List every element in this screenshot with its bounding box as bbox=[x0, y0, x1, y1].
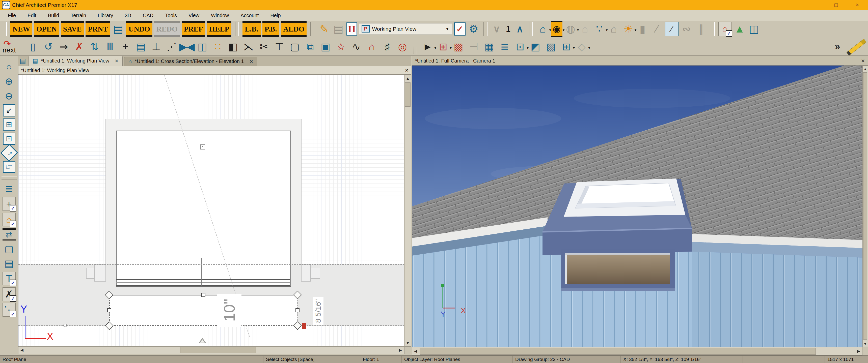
add-light-icon[interactable]: ☀ bbox=[622, 22, 634, 36]
expand-view-icon[interactable]: ↔ bbox=[0, 144, 18, 161]
preferences-button[interactable]: PREF bbox=[182, 21, 206, 37]
scroll-thumb[interactable] bbox=[405, 82, 410, 107]
framing-tool-icon[interactable]: ⌂ bbox=[365, 40, 378, 54]
edit-annotations-icon[interactable]: ✓ bbox=[454, 23, 466, 36]
door-swing-icon[interactable]: ◫ bbox=[196, 40, 209, 54]
library-browser-button[interactable]: L.B. bbox=[243, 21, 260, 37]
undo-zoom-icon[interactable]: ↙ bbox=[3, 104, 16, 117]
orbit-view-icon[interactable]: ◍ bbox=[564, 22, 577, 36]
rotate-plan-icon[interactable]: ↺ bbox=[42, 40, 55, 54]
multiple-copy-icon[interactable]: ∷ bbox=[211, 40, 224, 54]
rotate-handle[interactable] bbox=[199, 338, 206, 343]
tab-close-icon[interactable]: × bbox=[250, 58, 253, 65]
settings-wrench-icon[interactable]: ⚙ bbox=[467, 22, 480, 36]
scroll-thumb[interactable] bbox=[420, 348, 816, 355]
tile-windows-icon[interactable]: ◫ bbox=[748, 22, 760, 36]
project-browser-button[interactable]: P.B. bbox=[262, 21, 279, 37]
help-button[interactable]: HELP bbox=[207, 21, 231, 37]
window-tool-icon[interactable]: ◎ bbox=[396, 40, 409, 54]
scroll-thumb[interactable] bbox=[863, 72, 867, 339]
style-eyedropper-icon[interactable]: ∕ bbox=[665, 22, 679, 36]
scroll-left-icon[interactable]: ◀ bbox=[19, 346, 26, 354]
export-plan-view-icon[interactable]: ▤ bbox=[112, 22, 124, 36]
column-tool-icon[interactable]: Ⅲ bbox=[103, 40, 117, 54]
menu-item[interactable]: View bbox=[183, 12, 205, 19]
plan-view-select[interactable]: P Working Plan View ▼ bbox=[359, 23, 452, 35]
roof-designer-icon[interactable]: ▧ bbox=[544, 40, 557, 54]
menu-item[interactable]: File bbox=[2, 12, 22, 19]
camera-window-close-icon[interactable]: × bbox=[861, 57, 865, 64]
window-glass[interactable] bbox=[567, 255, 670, 284]
camera-horizontal-scrollbar[interactable]: ◀ ▶ bbox=[412, 347, 863, 356]
open-object-icon[interactable]: ▤ bbox=[134, 40, 147, 54]
edge-handle[interactable] bbox=[202, 293, 206, 297]
save-button[interactable]: SAVE bbox=[61, 21, 84, 37]
text-style-icon[interactable]: ▦ bbox=[483, 40, 496, 54]
fence-tool-icon[interactable]: ♯ bbox=[380, 40, 394, 54]
scroll-down-icon[interactable]: ▼ bbox=[863, 340, 868, 346]
point-to-point-icon[interactable]: ⋰ bbox=[165, 40, 178, 54]
multiple-move-icon[interactable]: ⇅ bbox=[88, 40, 101, 54]
camera-view-icon[interactable]: ◉ bbox=[551, 21, 562, 37]
load-plan-view-icon[interactable]: H bbox=[346, 23, 357, 36]
tab-close-icon[interactable]: × bbox=[115, 58, 118, 65]
paste-hold-icon[interactable]: ▣ bbox=[319, 40, 332, 54]
open-button[interactable]: OPEN bbox=[34, 21, 59, 37]
rotate-flip-icon[interactable]: ◧ bbox=[226, 40, 240, 54]
snap-grid-icon[interactable]: + bbox=[2, 197, 16, 211]
zoom-out-icon[interactable]: ⊖ bbox=[2, 90, 16, 102]
refresh-display-icon[interactable]: ⇄ bbox=[2, 228, 16, 240]
edge-handle[interactable] bbox=[296, 308, 300, 312]
extend-objects-icon[interactable]: ⊤ bbox=[273, 40, 286, 54]
library-object-icon[interactable]: ◇ bbox=[575, 40, 588, 54]
plan-horizontal-scrollbar[interactable]: ◀ ▶ bbox=[18, 346, 404, 354]
edit-saved-plan-view-icon[interactable]: ✎ bbox=[318, 22, 330, 36]
dimension-label-height[interactable]: 8 5/16" bbox=[313, 297, 323, 325]
menu-item[interactable]: Help bbox=[265, 12, 286, 19]
active-edge-handle[interactable] bbox=[302, 323, 306, 329]
display-objects-icon[interactable]: ⌂ bbox=[718, 22, 732, 36]
more-tools-chevron[interactable]: » bbox=[832, 40, 843, 54]
layer-set-icon[interactable]: ≣ bbox=[498, 40, 511, 54]
temp-dimensions-icon[interactable]: T bbox=[2, 272, 16, 285]
combo-dropdown-arrow[interactable]: ▼ bbox=[445, 27, 450, 32]
point-marker[interactable] bbox=[200, 144, 205, 150]
select-objects-icon[interactable]: + bbox=[119, 40, 132, 54]
print-button[interactable]: PRNT bbox=[86, 21, 110, 37]
fill-window-icon[interactable]: ⊞ bbox=[3, 119, 16, 131]
copy-region-icon[interactable]: ⇒ bbox=[57, 40, 70, 54]
edge-handle[interactable] bbox=[107, 308, 111, 312]
window-defaults-icon[interactable]: ⊞ bbox=[436, 40, 450, 54]
measure-pencil-icon[interactable] bbox=[845, 40, 867, 54]
material-painter-icon[interactable]: ◩ bbox=[529, 40, 542, 54]
floor-up-icon[interactable]: ∧ bbox=[514, 22, 525, 36]
copy-paste-icon[interactable]: ▢ bbox=[288, 40, 301, 54]
save-plan-view-icon[interactable]: ▤ bbox=[332, 22, 345, 36]
pan-window-icon[interactable]: ☞ bbox=[3, 161, 16, 173]
menu-item[interactable]: Library bbox=[92, 12, 119, 19]
layer-display-options-icon[interactable]: ≣ bbox=[2, 183, 16, 195]
close-button[interactable]: × bbox=[847, 0, 868, 10]
center-object-icon[interactable]: ▶◀ bbox=[180, 40, 193, 54]
picture-view-icon[interactable]: ▲ bbox=[733, 22, 746, 36]
sticker-tool-icon[interactable]: ☆ bbox=[334, 40, 347, 54]
blend-colors-icon[interactable]: ∥ bbox=[695, 22, 707, 36]
dollhouse-view-icon[interactable]: ⌂ bbox=[579, 22, 591, 36]
match-properties-icon[interactable]: ∾ bbox=[680, 22, 693, 36]
bearing-indicators-icon[interactable]: ⋱ bbox=[2, 303, 16, 317]
menu-item[interactable]: Window bbox=[205, 12, 235, 19]
window-menu-icon[interactable]: ▤ bbox=[20, 57, 26, 65]
next-button[interactable]: next bbox=[1, 39, 24, 54]
copy-in-place-icon[interactable]: ⧉ bbox=[304, 40, 317, 54]
camera-vertical-scrollbar[interactable]: ▲ ▼ bbox=[863, 66, 868, 347]
select-arrow-icon[interactable]: ► bbox=[421, 40, 434, 54]
scroll-left-icon[interactable]: ◀ bbox=[412, 347, 419, 355]
elevation-view-icon[interactable]: ⌂ bbox=[607, 22, 620, 36]
tab-cross-section-elevation[interactable]: ⌂ *Untitled 1: Cross Section/Elevation -… bbox=[124, 57, 257, 66]
floor-down-icon[interactable]: ∨ bbox=[491, 22, 502, 36]
color-toggle-icon[interactable]: ▢ bbox=[2, 242, 16, 255]
menu-item[interactable]: 3D bbox=[119, 12, 137, 19]
scroll-right-icon[interactable]: ▶ bbox=[855, 347, 862, 355]
print-preview-icon[interactable]: ▤ bbox=[2, 257, 16, 270]
dimension-defaults-icon[interactable]: ⊣ bbox=[467, 40, 480, 54]
